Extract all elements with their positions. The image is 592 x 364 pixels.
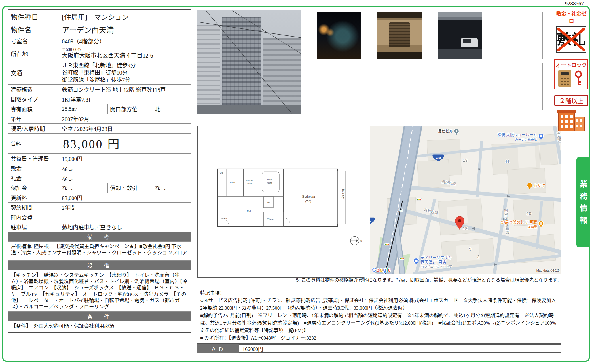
table-row-status: 現況/入居時期 空室 / 2026年4月28日 bbox=[8, 124, 191, 134]
town-fee bbox=[59, 212, 191, 222]
access-line: 御堂筋線「淀屋橋」徒歩7分 bbox=[62, 76, 188, 83]
autolock-badge: オートロック bbox=[554, 59, 588, 89]
table-row-town-fee: 町内会費 bbox=[8, 212, 191, 222]
special-notes-p3: ■ カギ所在：【退去後】AL:*0043呼 ジョイナー:3232 bbox=[200, 334, 558, 342]
document-number: 9288567 bbox=[565, 1, 584, 7]
opening-direction-value: 北 bbox=[152, 104, 191, 114]
compass-icon: N bbox=[350, 237, 362, 245]
property-name: アーデン西天満 bbox=[59, 23, 191, 36]
address-cell: 〒530-0047 大阪府大阪市北区西天満４丁目12-6 bbox=[59, 46, 191, 61]
special-notes-p1: webサービス広告掲載 [許可]・チラシ、雑誌等掲載広告 [要確認]・保証会社：… bbox=[200, 297, 558, 312]
intercom-panel bbox=[389, 22, 410, 47]
special-notes-box: 特記事項： webサービス広告掲載 [許可]・チラシ、雑誌等掲載広告 [要確認]… bbox=[197, 288, 561, 344]
row-label: 建築構造 bbox=[8, 85, 59, 94]
property-spec-table: 物件種目 [住居用] マンション 物件名 アーデン西天満 号室名 0409（4階… bbox=[8, 9, 191, 333]
special-notes-p2: ■解約予告2ヶ月前(日割) ※フリーレント適用時、1年未満の解約で相当額の短期違… bbox=[200, 312, 558, 334]
map-canvas: 423 25 13 11 14 12 10 9 2 鳥居筋線 真砂町通 回生病院… bbox=[370, 126, 561, 274]
parking-garage-photo bbox=[438, 12, 482, 59]
entrance-corridor-photo bbox=[317, 12, 361, 59]
row-label: 賃料 bbox=[8, 134, 59, 153]
intercom-icon bbox=[558, 70, 571, 87]
table-row-layout: 間取タイプ 1K[洋室7.8] bbox=[8, 94, 191, 104]
built-year: 2007年02月 bbox=[59, 114, 191, 123]
address: 大阪府大阪市北区西天満４丁目12-6 bbox=[62, 52, 188, 59]
ad-value: 166000円 bbox=[239, 344, 561, 353]
row-label: 間取タイプ bbox=[8, 94, 59, 104]
structure: 鉄筋コンクリート造 地上12階 総戸数115戸 bbox=[59, 85, 191, 94]
svg-text:カーテン販売店: カーテン販売店 bbox=[515, 138, 537, 141]
table-row-area: 専有面積 25.5m² 開口部方位 北 bbox=[8, 104, 191, 114]
access-line: 谷町線「東梅田」徒歩10分 bbox=[62, 69, 188, 76]
row-label: 更新料 bbox=[8, 193, 59, 202]
amortization-label: 償却・敷引 bbox=[107, 183, 152, 193]
block-number: 9 bbox=[469, 247, 471, 251]
svg-text:西天満2丁目店: 西天満2丁目店 bbox=[421, 260, 446, 264]
hall-label: Hall bbox=[247, 210, 251, 213]
postal-code: 〒530-0047 bbox=[62, 47, 188, 52]
toilet-label: Toilet bbox=[230, 181, 235, 184]
table-row-key-money: 礼金 なし bbox=[8, 173, 191, 183]
layout-type: 1K[洋室7.8] bbox=[59, 94, 191, 104]
parking: 敷地内駐車場／空きなし bbox=[59, 222, 191, 232]
equipment-header: 設 備 bbox=[8, 261, 191, 270]
row-label: 契約期間 bbox=[8, 203, 59, 212]
table-row-name: 物件名 アーデン西天満 bbox=[8, 23, 191, 36]
traffic-light-icon bbox=[384, 243, 390, 245]
map-copyright: Map data ©2025 bbox=[536, 269, 560, 272]
opening-direction-label: 開口部方位 bbox=[107, 104, 152, 114]
building-exterior-photo bbox=[197, 10, 301, 114]
row-label: 築年 bbox=[8, 114, 59, 123]
powder-label2: room bbox=[247, 182, 253, 185]
traffic-light-icon bbox=[399, 257, 405, 260]
table-row-access: 交通 ＪＲ東西線「北新地」徒歩9分 谷町線「東梅田」徒歩10分 御堂筋線「淀屋橋… bbox=[8, 61, 191, 85]
svg-text:尼信ビル: 尼信ビル bbox=[438, 129, 453, 133]
table-row-built: 築年 2007年02月 bbox=[8, 114, 191, 124]
table-row-guarantee: 保証金 なし 償却・敷引 なし bbox=[8, 183, 191, 193]
table-row-address: 所在地 〒530-0047 大阪府大阪市北区西天満４丁目12-6 bbox=[8, 46, 191, 61]
block-number: 2 bbox=[477, 254, 479, 259]
powder-label: Powder bbox=[246, 179, 253, 182]
svg-text:423: 423 bbox=[436, 156, 441, 159]
bedroom-size-label: (7.8) bbox=[305, 199, 311, 203]
row-label: 号室名 bbox=[8, 36, 59, 46]
row-label: 共益費・管理費 bbox=[8, 154, 59, 163]
table-row-room: 号室名 0409（4階部分） bbox=[8, 36, 191, 46]
empty-photo-box bbox=[317, 63, 361, 110]
row-label: 物件種目 bbox=[8, 10, 59, 23]
bath-label: Bath bbox=[267, 178, 272, 181]
row-label: 礼金 bbox=[8, 173, 59, 183]
conditions-text: 【条件】 外国人契約可能・保証会社利用必須 bbox=[8, 321, 191, 332]
empty-photo-box bbox=[438, 63, 482, 110]
empty-photo-box bbox=[377, 63, 422, 110]
deposit: なし bbox=[59, 163, 191, 173]
car-shape bbox=[461, 38, 478, 47]
compass-n-label: N bbox=[360, 239, 362, 242]
ad-row: ＡＤ 166000円 bbox=[197, 344, 561, 353]
key-icon bbox=[573, 70, 584, 87]
intercom-panel-photo bbox=[377, 12, 422, 59]
svg-text:デイリーヤマザキ: デイリーヤマザキ bbox=[421, 255, 452, 260]
zero-deposit-badge-graphic: 敷 礼 bbox=[556, 26, 586, 53]
table-row-parking: 駐車場 敷地内駐車場／空きなし bbox=[8, 222, 191, 232]
location-map: 423 25 13 11 14 12 10 9 2 鳥居筋線 真砂町通 回生病院… bbox=[370, 126, 561, 274]
power-lines bbox=[197, 10, 301, 114]
building-icon bbox=[554, 107, 588, 132]
block-number: 10 bbox=[526, 211, 531, 216]
table-row-rent: 賃料 83,000 円 bbox=[8, 134, 191, 154]
bedroom-label: Bedroom bbox=[302, 195, 315, 199]
block-number: 14 bbox=[398, 208, 403, 213]
table-row-type: 物件種目 [住居用] マンション bbox=[8, 10, 191, 23]
remarks-text: 屋根構造: 陸屋根、 【鍵交換代貸主負担キャンペーン★】■敷金礼金0円 下水道・… bbox=[8, 242, 191, 261]
closet-label: Closet bbox=[267, 218, 274, 221]
table-row-term: 契約期間 2年間 bbox=[8, 203, 191, 212]
row-label: 物件名 bbox=[8, 23, 59, 36]
floor-plan-box: Balcony Bedroom (7.8) MB Toilet Powder r… bbox=[197, 126, 364, 278]
floor-plan-drawing: Balcony Bedroom (7.8) MB Toilet Powder r… bbox=[198, 126, 364, 277]
equipment-text: 【キッチン】 給湯器・システムキッチン 【水廻り】 トイレ・洗面台（独立）・浴室… bbox=[8, 270, 191, 312]
autolock-badge-title: オートロック bbox=[556, 61, 587, 68]
table-row-fee: 共益費・管理費 15,000円 bbox=[8, 154, 191, 163]
empty-photo-box bbox=[498, 12, 543, 59]
block-number: 11 bbox=[505, 159, 510, 164]
row-label: 所在地 bbox=[8, 46, 59, 61]
svg-text:炉端と釜めし 五百蔵: 炉端と釜めし 五百蔵 bbox=[501, 220, 537, 224]
